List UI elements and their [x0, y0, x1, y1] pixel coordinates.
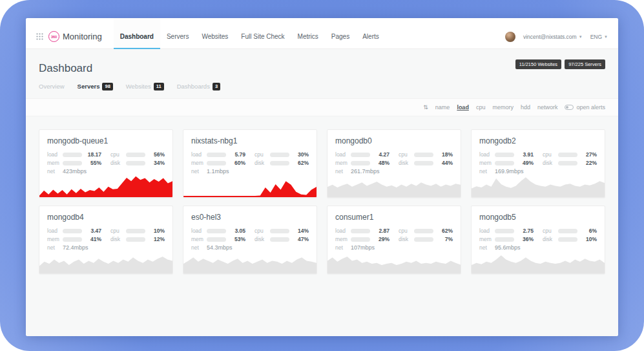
sort-icon: ⇅ [423, 104, 428, 111]
metric-bar [207, 237, 226, 242]
nav-item-full-site-check[interactable]: Full Site Check [234, 18, 291, 48]
metric-value: 18% [433, 151, 453, 158]
nav-item-metrics[interactable]: Metrics [291, 18, 325, 48]
metric-row-load: load2.75 [479, 227, 534, 235]
server-card-es0-hel3[interactable]: es0-hel3load3.05mem53%net54.3mbpscpu14%d… [183, 206, 317, 274]
servers-count-badge: 97/225 Servers [565, 59, 605, 69]
metrics-right-column: cpu18%disk44% [399, 151, 453, 176]
sort-option-cpu[interactable]: cpu [476, 104, 486, 111]
server-name: consumer1 [327, 206, 461, 222]
load-sparkline-chart [327, 174, 461, 197]
metric-bar [351, 237, 370, 242]
server-metrics: load18.17mem55%net423mbpscpu56%disk34% [39, 145, 172, 176]
load-sparkline-chart [472, 174, 605, 197]
metric-label: disk [399, 236, 414, 242]
metric-label: load [47, 151, 63, 158]
metric-bar [63, 237, 82, 242]
sort-option-hdd[interactable]: hdd [521, 104, 530, 111]
metric-bar [351, 161, 370, 165]
metric-bar [207, 161, 226, 165]
chevron-down-icon: ▼ [579, 35, 583, 39]
metric-bar [558, 237, 577, 242]
metric-value: 34% [145, 160, 165, 166]
metric-row-cpu: cpu56% [110, 151, 165, 159]
tab-dashboards[interactable]: Dashboards3 [177, 83, 220, 90]
sort-options: nameloadcpumemoryhddnetwork [435, 104, 558, 111]
metric-row-disk: disk22% [543, 159, 597, 167]
metric-row-disk: disk12% [110, 235, 165, 244]
metric-row-cpu: cpu27% [543, 151, 597, 159]
server-card-mongodb5[interactable]: mongodb5load2.75mem36%net95.6mbpscpu6%di… [471, 206, 605, 274]
metric-value: 2.87 [370, 228, 390, 234]
metric-label: load [479, 228, 495, 234]
metric-value: 7% [433, 236, 453, 242]
tab-count-badge: 11 [154, 83, 164, 90]
nav-item-servers[interactable]: Servers [160, 18, 195, 48]
metric-label: load [335, 228, 351, 234]
metrics-right-column: cpu62%disk7% [399, 227, 453, 252]
metric-bar [63, 229, 82, 233]
metric-bar [270, 161, 289, 165]
server-name: mongodb4 [39, 206, 172, 222]
metric-value: 14% [289, 228, 309, 234]
metric-row-load: load18.17 [47, 151, 101, 159]
metric-bar [495, 161, 514, 165]
load-sparkline-chart [39, 250, 172, 273]
metric-row-disk: disk44% [399, 159, 453, 167]
sort-option-name[interactable]: name [435, 104, 450, 111]
metric-bar [495, 229, 514, 233]
metric-row-load: load2.87 [335, 227, 390, 235]
sort-option-network[interactable]: network [537, 104, 558, 111]
metric-row-cpu: cpu18% [399, 151, 453, 159]
metric-row-disk: disk7% [399, 235, 453, 244]
metric-row-disk: disk34% [110, 159, 165, 167]
main-nav: DashboardServersWebsitesFull Site CheckM… [114, 18, 386, 48]
server-card-mongodb-queue1[interactable]: mongodb-queue1load18.17mem55%net423mbpsc… [39, 129, 173, 198]
nav-item-websites[interactable]: Websites [195, 18, 234, 48]
sort-option-memory[interactable]: memory [492, 104, 514, 111]
open-alerts-toggle[interactable]: open alerts [565, 104, 605, 111]
tab-websites[interactable]: Websites11 [126, 83, 164, 90]
server-card-mongodb0[interactable]: mongodb0load4.27mem48%net261.7mbpscpu18%… [327, 129, 461, 198]
logo-360-icon: 360 [48, 31, 59, 42]
metric-row-mem: mem41% [47, 235, 101, 244]
language-menu[interactable]: ENG ▼ [590, 34, 608, 40]
server-card-nixstats-nbg1[interactable]: nixstats-nbg1load5.79mem60%net1.1mbpscpu… [183, 129, 317, 198]
websites-count-badge: 11/2150 Websites [515, 59, 561, 69]
metric-label: cpu [399, 228, 414, 234]
app-logo[interactable]: 360 Monitoring [48, 31, 102, 42]
metric-row-mem: mem48% [335, 159, 390, 167]
metric-value: 29% [370, 236, 390, 242]
server-card-mongodb2[interactable]: mongodb2load3.91mem49%net169.9mbpscpu27%… [471, 129, 605, 198]
server-card-mongodb4[interactable]: mongodb4load3.47mem41%net72.4mbpscpu10%d… [39, 206, 173, 274]
user-avatar[interactable] [505, 32, 515, 42]
metric-bar [63, 161, 82, 165]
tab-overview[interactable]: Overview [39, 83, 65, 90]
nav-item-dashboard[interactable]: Dashboard [114, 18, 160, 48]
tab-servers[interactable]: Servers98 [78, 83, 113, 90]
nav-item-pages[interactable]: Pages [325, 18, 356, 48]
metric-value: 27% [577, 151, 597, 158]
logo-text: Monitoring [63, 32, 102, 41]
load-sparkline-chart [183, 174, 317, 197]
tab-label: Servers [78, 83, 100, 90]
server-metrics: load3.47mem41%net72.4mbpscpu10%disk12% [39, 222, 172, 252]
metric-value: 48% [370, 160, 390, 166]
tab-label: Websites [126, 83, 151, 90]
metric-row-cpu: cpu14% [254, 227, 309, 235]
metric-label: mem [47, 160, 63, 166]
metric-row-load: load3.05 [191, 227, 245, 235]
metric-row-mem: mem53% [191, 235, 245, 244]
metric-value: 36% [514, 236, 534, 242]
nav-item-alerts[interactable]: Alerts [356, 18, 386, 48]
metric-row-mem: mem60% [191, 159, 245, 167]
user-menu[interactable]: vincent@nixstats.com ▼ [523, 34, 583, 40]
sort-option-load[interactable]: load [457, 104, 469, 111]
server-metrics: load3.91mem49%net169.9mbpscpu27%disk22% [472, 145, 605, 176]
tab-label: Overview [39, 83, 65, 90]
dashboard-tabs: OverviewServers98Websites11Dashboards3 [26, 75, 618, 90]
metric-bar [495, 237, 514, 242]
server-card-consumer1[interactable]: consumer1load2.87mem29%net107mbpscpu62%d… [327, 206, 461, 274]
metrics-right-column: cpu6%disk10% [543, 227, 597, 252]
app-grid-icon[interactable] [36, 33, 43, 40]
